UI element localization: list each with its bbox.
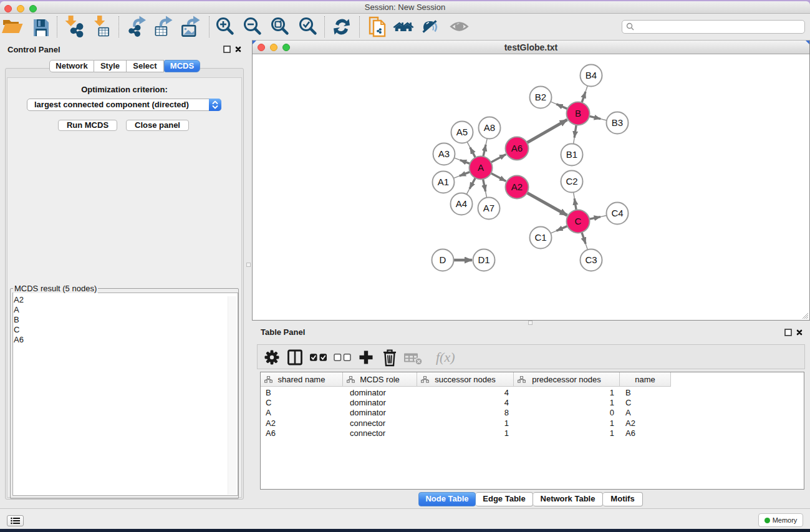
svg-text:B: B	[575, 108, 581, 118]
svg-text:A2: A2	[511, 181, 523, 192]
svg-text:B2: B2	[535, 92, 546, 102]
svg-text:C3: C3	[585, 254, 597, 265]
svg-text:A4: A4	[456, 198, 467, 209]
svg-text:D1: D1	[478, 254, 489, 265]
svg-text:A: A	[478, 162, 484, 173]
svg-text:A7: A7	[483, 203, 494, 213]
svg-text:C2: C2	[566, 176, 577, 186]
svg-text:C4: C4	[611, 208, 623, 218]
svg-text:D: D	[440, 254, 446, 265]
svg-text:A3: A3	[438, 148, 450, 159]
svg-text:C: C	[575, 216, 582, 226]
svg-text:B4: B4	[586, 70, 597, 80]
svg-text:C1: C1	[534, 232, 546, 243]
svg-text:B1: B1	[566, 149, 577, 160]
svg-text:A5: A5	[456, 127, 468, 137]
svg-text:B3: B3	[612, 117, 623, 128]
svg-text:A6: A6	[511, 143, 523, 153]
svg-text:A8: A8	[484, 122, 495, 133]
svg-text:A1: A1	[438, 177, 449, 187]
